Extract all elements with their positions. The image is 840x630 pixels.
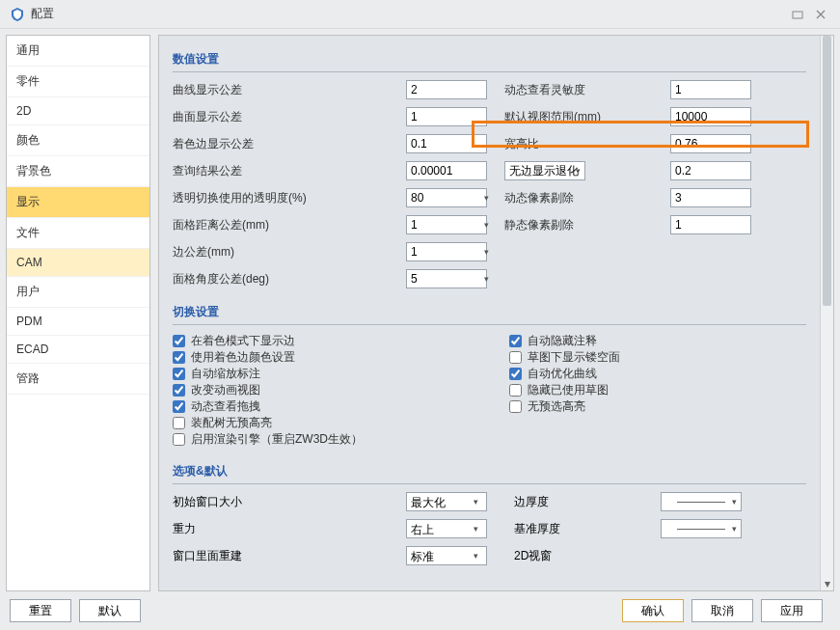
ok-button[interactable]: 确认 (622, 599, 684, 622)
default-button[interactable]: 默认 (79, 599, 141, 622)
gravity-label: 重力 (173, 521, 394, 537)
noedge-select[interactable]: 无边显示退化▾ (504, 161, 585, 180)
check-shaded-edge[interactable]: 在着色模式下显示边 (173, 333, 471, 349)
static-pixel-label: 静态像素剔除 (504, 217, 659, 233)
edge-mm-input[interactable] (406, 242, 487, 261)
view2d-label: 2D视窗 (514, 548, 649, 564)
transparency-input[interactable] (406, 188, 487, 207)
default-view-input[interactable] (670, 107, 751, 126)
close-icon[interactable] (811, 5, 830, 24)
dyn-pixel-input[interactable] (670, 188, 751, 207)
apply-button[interactable]: 应用 (761, 599, 823, 622)
edge-mm-label: 边公差(mm) (173, 244, 394, 260)
section-options-title: 选项&默认 (173, 457, 806, 484)
sidebar-item-part[interactable]: 零件 (7, 67, 149, 97)
dyn-sens-input[interactable] (670, 80, 751, 99)
mesh-dist-input[interactable] (406, 215, 487, 234)
surface-tol-label: 曲面显示公差 (173, 109, 394, 125)
window-rebuild-label: 窗口里面重建 (173, 548, 394, 564)
transparency-label: 透明切换使用的透明度(%) (173, 190, 394, 206)
vertical-scrollbar[interactable]: ▾ (820, 36, 833, 590)
sidebar-item-2d[interactable]: 2D (7, 97, 149, 125)
scroll-down-icon[interactable]: ▾ (821, 577, 833, 590)
check-edge-color[interactable]: 使用着色边颜色设置 (173, 349, 471, 366)
check-anim-view[interactable]: 改变动画视图 (173, 382, 471, 398)
initial-window-select[interactable]: 最大化▾ (406, 492, 487, 511)
scrollbar-thumb[interactable] (823, 36, 831, 306)
footer: 重置 默认 确认 取消 应用 (0, 591, 840, 630)
section-toggle-title: 切换设置 (173, 298, 806, 325)
default-view-label: 默认视图范围(mm) (504, 109, 659, 125)
gravity-select[interactable]: 右上▾ (406, 519, 487, 538)
query-tol-input[interactable] (406, 161, 487, 180)
static-pixel-input[interactable] (670, 215, 751, 234)
titlebar: 配置 (0, 0, 840, 29)
window-rebuild-select[interactable]: 标准▾ (406, 546, 487, 565)
edge-tol-label: 着色边显示公差 (173, 136, 394, 152)
sidebar-item-pdm[interactable]: PDM (7, 308, 149, 336)
edge-thick-select[interactable]: ▾ (661, 492, 742, 511)
window-title: 配置 (31, 6, 54, 22)
sidebar-item-display[interactable]: 显示 (7, 187, 149, 218)
query-tol-label: 查询结果公差 (173, 163, 394, 179)
edge-tol-input[interactable] (406, 134, 487, 153)
mesh-dist-label: 面格距离公差(mm) (173, 217, 394, 233)
help-icon[interactable] (788, 5, 807, 24)
sidebar-item-color[interactable]: 颜色 (7, 125, 149, 156)
aspect-input[interactable] (670, 134, 751, 153)
main-panel: 数值设置 曲线显示公差 动态查看灵敏度 曲面显示公差 默认视图范围(mm) 着色… (158, 35, 834, 591)
check-dyn-drag[interactable]: 动态查看拖拽 (173, 398, 471, 415)
check-nopresel[interactable]: 无预选高亮 (509, 398, 807, 415)
dyn-pixel-label: 动态像素剔除 (504, 190, 659, 206)
base-thick-select[interactable]: ▾ (661, 519, 742, 538)
sidebar-item-general[interactable]: 通用 (7, 36, 149, 67)
mesh-angle-input[interactable] (406, 269, 487, 288)
check-render-engine[interactable]: 启用渲染引擎（重启ZW3D生效） (173, 431, 471, 448)
app-icon (10, 7, 25, 22)
check-hide-used-sketch[interactable]: 隐藏已使用草图 (509, 382, 807, 398)
mesh-angle-label: 面格角度公差(deg) (173, 271, 394, 288)
svg-rect-0 (793, 12, 802, 18)
check-sketch-hollow[interactable]: 草图下显示镂空面 (509, 349, 807, 366)
surface-tol-input[interactable] (406, 107, 487, 126)
check-assy-nopre[interactable]: 装配树无预高亮 (173, 415, 471, 431)
reset-button[interactable]: 重置 (10, 599, 71, 622)
check-auto-hide-anno[interactable]: 自动隐藏注释 (509, 333, 807, 349)
sidebar-item-cam[interactable]: CAM (7, 249, 149, 277)
sidebar-item-bgcolor[interactable]: 背景色 (7, 156, 149, 187)
noedge-input[interactable] (670, 161, 751, 180)
sidebar-item-route[interactable]: 管路 (7, 364, 149, 395)
sidebar-item-file[interactable]: 文件 (7, 218, 149, 249)
curve-tol-label: 曲线显示公差 (173, 82, 394, 98)
sidebar-item-ecad[interactable]: ECAD (7, 336, 149, 364)
sidebar: 通用 零件 2D 颜色 背景色 显示 文件 CAM 用户 PDM ECAD 管路 (6, 35, 150, 591)
section-numeric-title: 数值设置 (173, 45, 806, 72)
initial-window-label: 初始窗口大小 (173, 494, 394, 510)
aspect-label: 宽高比 (504, 136, 659, 152)
check-auto-scale[interactable]: 自动缩放标注 (173, 366, 471, 382)
cancel-button[interactable]: 取消 (691, 599, 753, 622)
edge-thick-label: 边厚度 (514, 494, 649, 510)
curve-tol-input[interactable] (406, 80, 487, 99)
check-auto-optimize[interactable]: 自动优化曲线 (509, 366, 807, 382)
base-thick-label: 基准厚度 (514, 521, 649, 537)
sidebar-item-user[interactable]: 用户 (7, 277, 149, 308)
dyn-sens-label: 动态查看灵敏度 (504, 82, 659, 98)
